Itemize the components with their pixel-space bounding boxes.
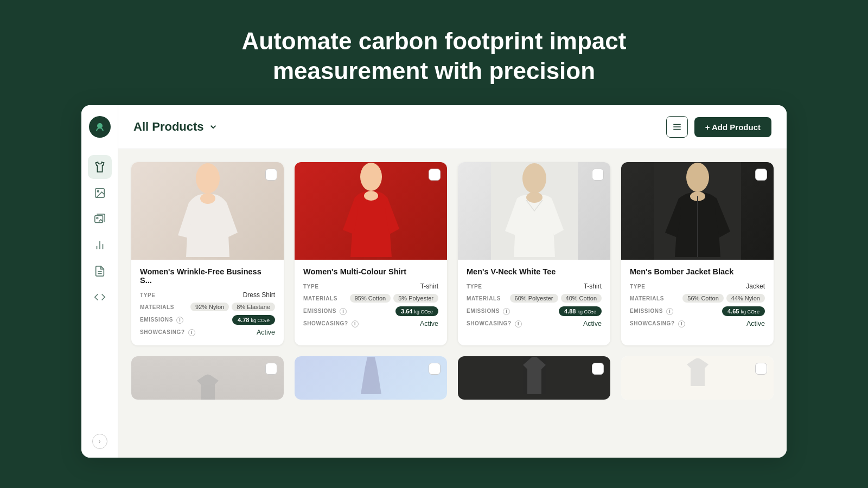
sidebar-item-clothing[interactable]: [88, 155, 112, 179]
showcasing-status-2: Active: [420, 320, 438, 328]
product-image-3: [458, 162, 610, 260]
material-badge: 40% Cotton: [561, 294, 602, 303]
sidebar-item-code[interactable]: [88, 285, 112, 309]
materials-badges-1: 92% Nylon8% Elastane: [190, 303, 275, 311]
product-checkbox-2[interactable]: [429, 169, 441, 181]
add-product-button[interactable]: + Add Product: [694, 117, 771, 137]
emissions-info-icon[interactable]: i: [340, 308, 347, 315]
emissions-badge-1: 4.78kg CO₂e: [232, 315, 275, 325]
materials-label: MATERIALS: [303, 296, 337, 301]
product-body-3: Men's V-Neck White Tee TYPE T-shirt MATE…: [458, 260, 610, 337]
card-checkbox-partial-4[interactable]: [755, 363, 767, 375]
product-card-3: Men's V-Neck White Tee TYPE T-shirt MATE…: [458, 162, 610, 345]
product-checkbox-4[interactable]: [755, 169, 767, 181]
showcasing-label: SHOWCASING? i: [630, 320, 685, 328]
add-product-label: + Add Product: [705, 123, 761, 132]
showcasing-info-icon[interactable]: i: [188, 329, 195, 336]
products-grid-row2: [131, 356, 774, 400]
product-body-4: Men's Bomber Jacket Black TYPE Jacket MA…: [621, 260, 774, 337]
svg-point-13: [196, 163, 220, 194]
card-checkbox-partial-1[interactable]: [265, 363, 277, 375]
svg-point-19: [526, 192, 542, 203]
svg-point-4: [97, 217, 98, 219]
emissions-label: EMISSIONS i: [467, 308, 510, 315]
emissions-row-2: EMISSIONS i 3.64kg CO₂e: [303, 306, 438, 316]
product-card-partial-4: [621, 356, 774, 400]
type-label: TYPE: [630, 284, 646, 290]
svg-point-21: [686, 163, 709, 192]
showcasing-row-3: SHOWCASING? i Active: [467, 320, 602, 328]
materials-label: MATERIALS: [140, 304, 174, 310]
top-bar: All Products + Add Product: [118, 105, 787, 149]
sidebar-item-image[interactable]: [88, 181, 112, 205]
showcasing-label: SHOWCASING? i: [467, 320, 522, 328]
emissions-row-4: EMISSIONS i 4.65kg CO₂e: [630, 306, 765, 316]
emissions-badge-3: 4.88kg CO₂e: [559, 306, 602, 316]
product-name-2: Women's Multi-Colour Shirt: [303, 267, 438, 276]
type-label: TYPE: [140, 292, 156, 298]
sidebar-item-chart[interactable]: [88, 233, 112, 257]
jacket-silhouette: [521, 356, 548, 400]
showcasing-label: SHOWCASING? i: [140, 329, 195, 336]
svg-point-14: [200, 193, 215, 204]
material-badge: 44% Nylon: [726, 294, 765, 303]
product-card-1: Women's Wrinkle-Free Business S... TYPE …: [131, 162, 284, 345]
showcasing-info-icon[interactable]: i: [678, 320, 685, 328]
products-grid-area: Women's Wrinkle-Free Business S... TYPE …: [118, 149, 787, 458]
material-badge: 5% Polyester: [393, 294, 438, 303]
materials-row-1: MATERIALS 92% Nylon8% Elastane: [140, 303, 275, 311]
material-badge: 95% Cotton: [350, 294, 391, 303]
material-badge: 92% Nylon: [190, 303, 229, 311]
materials-row-3: MATERIALS 60% Polyester40% Cotton: [467, 294, 602, 303]
card-checkbox-partial-3[interactable]: [592, 363, 604, 375]
card-checkbox-partial-2[interactable]: [429, 363, 441, 375]
all-products-dropdown[interactable]: All Products: [133, 120, 218, 134]
showcasing-row-1: SHOWCASING? i Active: [140, 329, 275, 336]
showcasing-info-icon[interactable]: i: [515, 320, 522, 328]
showcasing-row-4: SHOWCASING? i Active: [630, 320, 765, 328]
emissions-info-icon[interactable]: i: [176, 317, 183, 324]
product-card-4: Men's Bomber Jacket Black TYPE Jacket MA…: [621, 162, 774, 345]
sidebar-nav: [88, 155, 112, 434]
type-value-3: T-shirt: [584, 282, 602, 290]
sidebar-item-document[interactable]: [88, 259, 112, 283]
material-badge: 60% Polyester: [510, 294, 558, 303]
product-card-partial-2: [295, 356, 447, 400]
type-value-1: Dress Shirt: [243, 291, 275, 299]
showcasing-status-3: Active: [583, 320, 602, 328]
product-card-2: Women's Multi-Colour Shirt TYPE T-shirt …: [295, 162, 447, 345]
product-card-partial-3: [458, 356, 610, 400]
svg-point-15: [360, 163, 382, 191]
material-badge: 56% Cotton: [682, 294, 723, 303]
emissions-info-icon[interactable]: i: [666, 308, 673, 315]
product-body-2: Women's Multi-Colour Shirt TYPE T-shirt …: [295, 260, 447, 337]
emissions-row-1: EMISSIONS i 4.78kg CO₂e: [140, 315, 275, 325]
logo[interactable]: [89, 116, 111, 138]
materials-badges-3: 60% Polyester40% Cotton: [510, 294, 602, 303]
showcasing-status-4: Active: [746, 320, 765, 328]
product-body-1: Women's Wrinkle-Free Business S... TYPE …: [131, 260, 284, 345]
emissions-badge-4: 4.65kg CO₂e: [722, 306, 765, 316]
product-image-2: [295, 162, 447, 260]
emissions-row-3: EMISSIONS i 4.88kg CO₂e: [467, 306, 602, 316]
materials-row-4: MATERIALS 56% Cotton44% Nylon: [630, 294, 765, 303]
sidebar-toggle[interactable]: ›: [92, 434, 107, 449]
materials-row-2: MATERIALS 95% Cotton5% Polyester: [303, 294, 438, 303]
type-row-3: TYPE T-shirt: [467, 282, 602, 290]
sidebar-item-images[interactable]: [88, 207, 112, 231]
showcasing-info-icon[interactable]: i: [352, 320, 359, 328]
type-label: TYPE: [467, 284, 482, 290]
showcasing-status-1: Active: [257, 329, 275, 336]
materials-label: MATERIALS: [467, 296, 501, 301]
product-checkbox-1[interactable]: [265, 169, 277, 181]
material-badge: 8% Elastane: [232, 303, 275, 311]
product-name-3: Men's V-Neck White Tee: [467, 267, 602, 276]
emissions-info-icon[interactable]: i: [503, 308, 510, 315]
emissions-label: EMISSIONS i: [303, 308, 347, 315]
emissions-label: EMISSIONS i: [140, 317, 183, 324]
list-view-button[interactable]: [666, 116, 688, 138]
svg-point-16: [364, 191, 378, 201]
product-checkbox-3[interactable]: [592, 169, 604, 181]
product-card-partial-1: [131, 356, 284, 400]
svg-point-18: [522, 163, 546, 194]
